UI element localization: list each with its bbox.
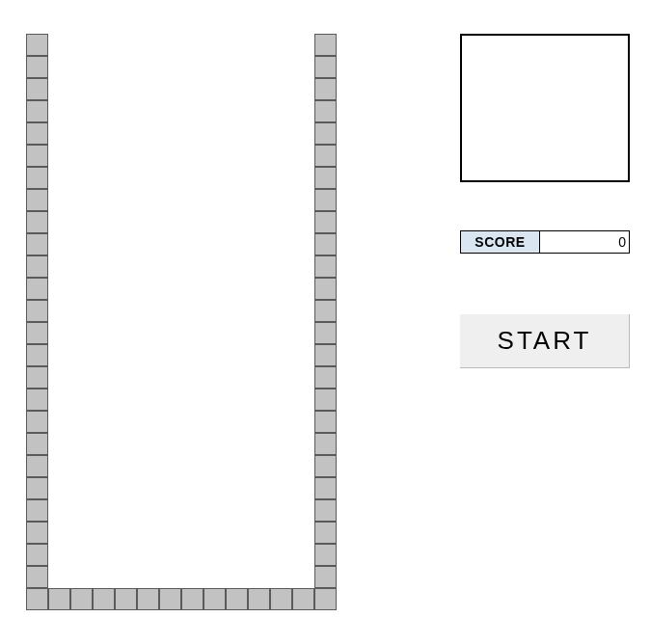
empty-cell: [203, 566, 226, 588]
wall-cell: [159, 588, 181, 610]
empty-cell: [115, 255, 137, 278]
empty-cell: [137, 455, 159, 477]
empty-cell: [270, 344, 292, 366]
empty-cell: [159, 499, 181, 522]
empty-cell: [203, 544, 226, 566]
empty-cell: [226, 100, 248, 122]
empty-cell: [248, 145, 270, 167]
empty-cell: [181, 433, 203, 455]
empty-cell: [248, 122, 270, 145]
empty-cell: [270, 122, 292, 145]
empty-cell: [203, 122, 226, 145]
empty-cell: [48, 189, 70, 211]
wall-cell: [26, 566, 48, 588]
wall-cell: [314, 122, 337, 145]
empty-cell: [292, 189, 314, 211]
empty-cell: [115, 34, 137, 56]
empty-cell: [93, 455, 115, 477]
start-button[interactable]: START: [460, 314, 630, 368]
wall-cell: [314, 433, 337, 455]
empty-cell: [93, 56, 115, 78]
empty-cell: [115, 233, 137, 255]
empty-cell: [115, 167, 137, 189]
empty-cell: [159, 145, 181, 167]
empty-cell: [159, 255, 181, 278]
empty-cell: [48, 255, 70, 278]
empty-cell: [159, 211, 181, 233]
empty-cell: [270, 255, 292, 278]
empty-cell: [70, 100, 93, 122]
empty-cell: [115, 211, 137, 233]
empty-cell: [181, 322, 203, 344]
empty-cell: [248, 499, 270, 522]
empty-cell: [292, 499, 314, 522]
wall-cell: [26, 389, 48, 411]
empty-cell: [292, 255, 314, 278]
wall-cell: [26, 145, 48, 167]
empty-cell: [70, 322, 93, 344]
empty-cell: [292, 233, 314, 255]
empty-cell: [48, 233, 70, 255]
wall-cell: [26, 433, 48, 455]
empty-cell: [137, 122, 159, 145]
empty-cell: [248, 322, 270, 344]
empty-cell: [226, 344, 248, 366]
wall-cell: [181, 588, 203, 610]
empty-cell: [292, 322, 314, 344]
empty-cell: [93, 255, 115, 278]
empty-cell: [226, 566, 248, 588]
empty-cell: [181, 278, 203, 300]
empty-cell: [181, 300, 203, 322]
empty-cell: [292, 389, 314, 411]
empty-cell: [181, 344, 203, 366]
empty-cell: [226, 522, 248, 544]
empty-cell: [203, 34, 226, 56]
empty-cell: [70, 300, 93, 322]
wall-cell: [292, 588, 314, 610]
empty-cell: [203, 411, 226, 433]
empty-cell: [270, 522, 292, 544]
wall-cell: [314, 588, 337, 610]
empty-cell: [70, 255, 93, 278]
empty-cell: [48, 167, 70, 189]
empty-cell: [137, 233, 159, 255]
empty-cell: [270, 411, 292, 433]
empty-cell: [159, 477, 181, 499]
empty-cell: [137, 255, 159, 278]
empty-cell: [159, 544, 181, 566]
empty-cell: [70, 366, 93, 389]
empty-cell: [70, 477, 93, 499]
empty-cell: [137, 522, 159, 544]
empty-cell: [203, 211, 226, 233]
empty-cell: [270, 145, 292, 167]
empty-cell: [159, 433, 181, 455]
empty-cell: [70, 389, 93, 411]
empty-cell: [226, 499, 248, 522]
empty-cell: [70, 145, 93, 167]
empty-cell: [248, 366, 270, 389]
wall-cell: [248, 588, 270, 610]
empty-cell: [48, 344, 70, 366]
empty-cell: [70, 211, 93, 233]
empty-cell: [181, 122, 203, 145]
empty-cell: [292, 100, 314, 122]
empty-cell: [48, 56, 70, 78]
empty-cell: [248, 100, 270, 122]
empty-cell: [115, 78, 137, 100]
wall-cell: [226, 588, 248, 610]
empty-cell: [115, 189, 137, 211]
score-panel: SCORE 0: [460, 230, 630, 254]
empty-cell: [159, 100, 181, 122]
empty-cell: [203, 300, 226, 322]
empty-cell: [292, 344, 314, 366]
empty-cell: [226, 389, 248, 411]
empty-cell: [226, 78, 248, 100]
empty-cell: [70, 167, 93, 189]
empty-cell: [93, 189, 115, 211]
empty-cell: [226, 322, 248, 344]
empty-cell: [203, 78, 226, 100]
empty-cell: [70, 455, 93, 477]
empty-cell: [248, 278, 270, 300]
empty-cell: [115, 100, 137, 122]
empty-cell: [270, 366, 292, 389]
